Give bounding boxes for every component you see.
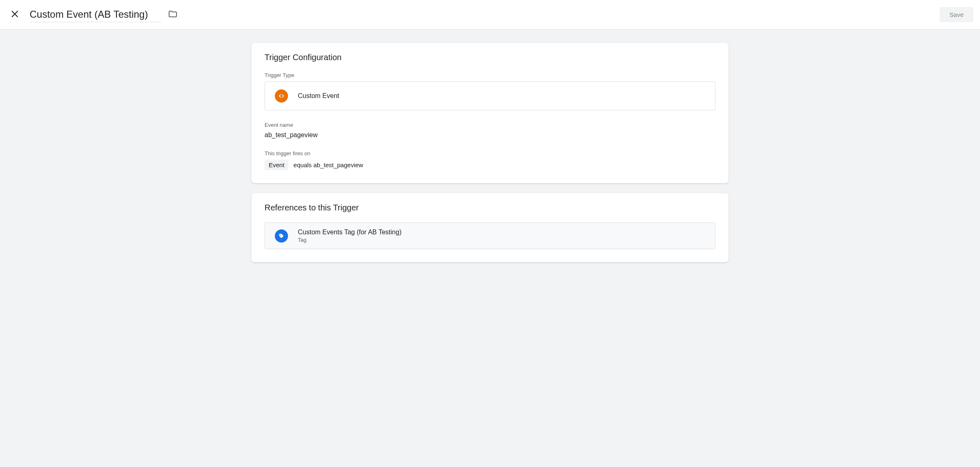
trigger-type-value: Custom Event xyxy=(298,92,339,100)
condition-variable-chip: Event xyxy=(265,160,288,170)
condition-text: equals ab_test_pageview xyxy=(293,161,363,168)
references-card: References to this Trigger Custom Events… xyxy=(251,193,729,262)
close-button[interactable] xyxy=(7,7,23,23)
fires-on-condition: Event equals ab_test_pageview xyxy=(265,160,715,170)
trigger-type-label: Trigger Type xyxy=(265,72,715,78)
custom-event-icon xyxy=(275,89,288,103)
reference-type: Tag xyxy=(298,237,402,243)
event-name-section: Event name ab_test_pageview xyxy=(265,122,715,139)
references-heading: References to this Trigger xyxy=(265,203,715,212)
trigger-type-selector[interactable]: Custom Event xyxy=(265,82,715,110)
close-icon xyxy=(11,10,19,19)
event-name-value: ab_test_pageview xyxy=(265,131,715,139)
folder-icon xyxy=(168,9,178,20)
folder-button[interactable] xyxy=(168,9,178,20)
tag-icon xyxy=(275,229,288,243)
trigger-name-input[interactable] xyxy=(30,7,161,22)
trigger-config-heading: Trigger Configuration xyxy=(265,53,715,62)
save-button[interactable]: Save xyxy=(940,7,973,22)
reference-name: Custom Events Tag (for AB Testing) xyxy=(298,229,402,236)
reference-item[interactable]: Custom Events Tag (for AB Testing) Tag xyxy=(265,222,715,249)
trigger-configuration-card: Trigger Configuration Trigger Type Custo… xyxy=(251,43,729,183)
content-area: Trigger Configuration Trigger Type Custo… xyxy=(243,30,737,285)
fires-on-section: This trigger fires on Event equals ab_te… xyxy=(265,150,715,170)
event-name-label: Event name xyxy=(265,122,715,128)
fires-on-label: This trigger fires on xyxy=(265,150,715,156)
header-bar: Save xyxy=(0,0,980,30)
